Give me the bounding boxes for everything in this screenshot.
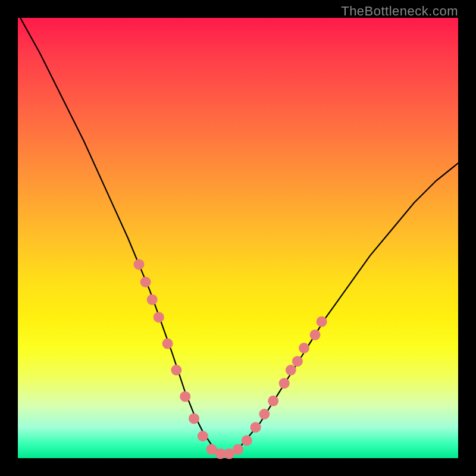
data-marker [134, 259, 145, 270]
data-marker [292, 356, 303, 367]
data-marker [154, 312, 164, 322]
watermark-text: TheBottleneck.com [341, 4, 458, 19]
data-marker [147, 295, 158, 305]
data-marker [180, 391, 190, 402]
data-marker [233, 444, 243, 455]
data-marker [140, 277, 151, 287]
data-marker [189, 413, 199, 424]
data-marker [259, 409, 270, 419]
data-markers [134, 259, 327, 459]
data-marker [279, 378, 290, 389]
data-marker [162, 339, 173, 349]
data-marker [299, 343, 309, 353]
data-marker [250, 422, 261, 433]
data-marker [268, 396, 278, 406]
data-marker [171, 365, 181, 375]
chart-overlay [18, 18, 458, 458]
data-marker [310, 330, 321, 340]
bottleneck-curve [18, 14, 458, 454]
data-marker [317, 317, 327, 327]
data-marker [286, 365, 296, 375]
data-marker [242, 435, 252, 446]
data-marker [198, 431, 208, 441]
